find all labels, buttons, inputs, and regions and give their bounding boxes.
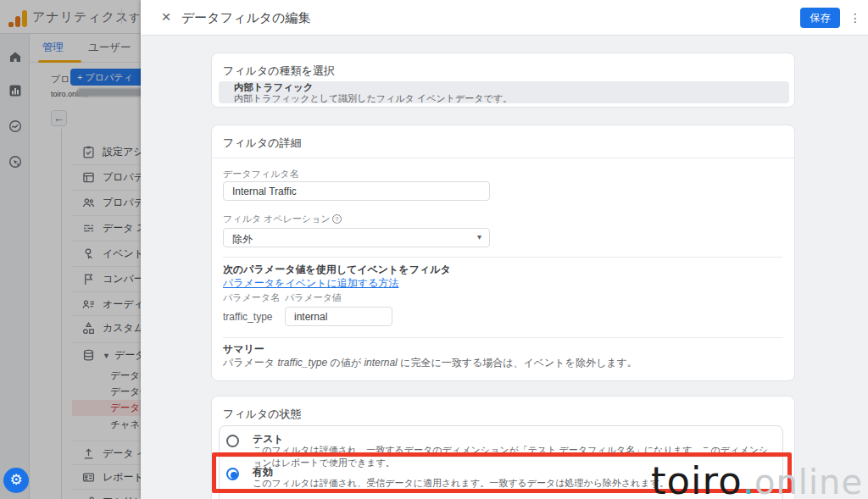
param-value-column-label: パラメータ値 — [285, 291, 342, 304]
param-value-input[interactable] — [285, 307, 392, 326]
divider — [212, 158, 794, 158]
param-section-heading: 次のパラメータ値を使用してイベントをフィルタ — [223, 263, 451, 277]
filter-operation-value: 除外 — [232, 232, 253, 247]
admin-gear-button[interactable]: ⚙ — [3, 468, 29, 493]
summary-text: パラメータ traffic_type の値が internal に完全に一致する… — [223, 356, 637, 370]
filter-details-card: フィルタの詳細 データフィルタ名 フィルタ オペレーション? 除外 ▾ 次のパラ… — [211, 125, 795, 381]
watermark-dot: . — [743, 458, 754, 499]
filter-details-heading: フィルタの詳細 — [223, 136, 302, 151]
filter-name-label: データフィルタ名 — [223, 168, 299, 180]
divider — [223, 257, 783, 258]
gear-icon: ⚙ — [9, 472, 22, 488]
filter-operation-label: フィルタ オペレーション? — [223, 213, 342, 225]
modal-title: データフィルタの編集 — [181, 10, 310, 26]
filter-type-name: 内部トラフィック — [234, 82, 789, 93]
filter-state-heading: フィルタの状態 — [223, 407, 302, 422]
filter-name-input[interactable] — [223, 181, 490, 201]
param-name-value: traffic_type — [223, 311, 272, 323]
help-icon[interactable]: ? — [332, 214, 342, 224]
watermark-name: toiro — [651, 458, 743, 499]
filter-type-desc: 内部トラフィックとして識別したフィルタ イベントデータです。 — [234, 93, 789, 103]
filter-operation-select[interactable]: 除外 ▾ — [223, 228, 490, 247]
save-button[interactable]: 保存 — [800, 8, 840, 28]
chevron-down-icon: ▾ — [477, 232, 481, 241]
summary-heading: サマリー — [223, 342, 264, 357]
edit-data-filter-modal: × データフィルタの編集 保存 ⋮ フィルタの種類を選択 内部トラフィック 内部… — [141, 0, 868, 499]
radio-unselected-icon[interactable] — [226, 435, 239, 447]
modal-header: × データフィルタの編集 保存 ⋮ — [141, 0, 868, 36]
divider — [223, 337, 783, 338]
add-parameter-link[interactable]: パラメータをイベントに追加する方法 — [223, 276, 398, 291]
watermark: toiro.online — [651, 458, 863, 499]
param-name-column-label: パラメータ名 — [223, 291, 280, 304]
watermark-tld: online — [754, 463, 863, 499]
filter-type-heading: フィルタの種類を選択 — [223, 64, 335, 79]
filter-type-card: フィルタの種類を選択 内部トラフィック 内部トラフィックとして識別したフィルタ … — [211, 53, 795, 108]
close-icon[interactable]: × — [156, 7, 176, 27]
modal-scrim[interactable] — [0, 0, 141, 499]
kebab-menu-icon[interactable]: ⋮ — [848, 8, 863, 28]
filter-type-option: 内部トラフィック 内部トラフィックとして識別したフィルタ イベントデータです。 — [219, 81, 789, 103]
